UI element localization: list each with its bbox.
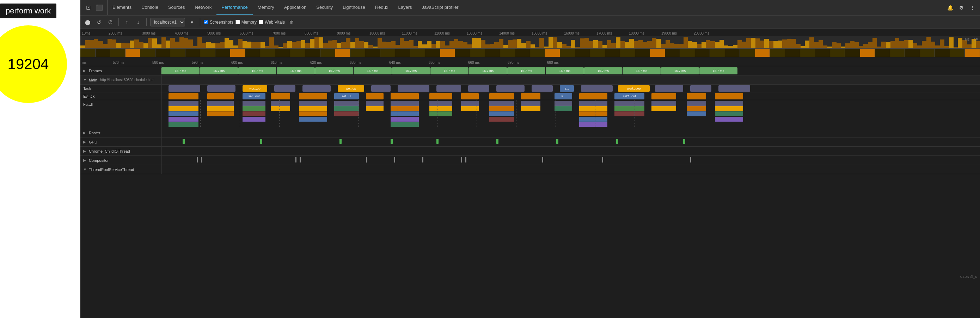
ruler-ticks: 10ms 2000 ms 3000 ms 4000 ms 5000 ms 600… (80, 29, 980, 36)
tab-redux[interactable]: Redux (370, 0, 393, 15)
clock-btn[interactable]: ⏱ (106, 17, 115, 27)
comp-bar-8 (461, 157, 462, 162)
stack-l1 (334, 101, 359, 106)
ev-ck-block-13: s... (555, 93, 572, 99)
minimap-bar (364, 42, 368, 48)
more-icon[interactable]: ⋮ (968, 3, 977, 12)
frame-block: 16.7 ms (622, 67, 660, 75)
dtick-5: 610 ms (271, 60, 282, 65)
minimap-bar (472, 38, 477, 49)
thread-pool-expand-btn[interactable]: ▼ (83, 167, 88, 171)
thread-pool-label[interactable]: ▼ ThreadPoolServiceThread (80, 165, 161, 174)
minimap-bar (940, 40, 944, 48)
tab-console[interactable]: Console (137, 0, 163, 15)
tab-network[interactable]: Network (190, 0, 217, 15)
memory-checkbox[interactable] (235, 20, 240, 24)
stack-l3 (579, 111, 608, 116)
thread-pool-label-text: ThreadPoolServiceThread (89, 167, 134, 172)
tab-elements[interactable]: Elements (108, 0, 137, 15)
gpu-expand-btn[interactable]: ▶ (83, 140, 88, 144)
tick-18: 19000 ms (661, 31, 677, 35)
minimap-bar (202, 43, 207, 48)
filmstrip-frame (950, 49, 965, 57)
compositor-expand-btn[interactable]: ▶ (83, 158, 88, 162)
filmstrip-frame (875, 49, 890, 57)
stack-col-16 (651, 101, 676, 111)
minimap[interactable]: NE CP (80, 36, 980, 48)
chrome-child-expand-btn[interactable]: ▶ (83, 149, 88, 153)
refresh-btn[interactable]: ↺ (94, 17, 103, 27)
download-btn[interactable]: ↓ (134, 17, 143, 27)
stack-l5 (579, 122, 608, 127)
minimap-bar (508, 40, 512, 48)
minimap-bar (917, 46, 922, 48)
stack-col-11 (489, 101, 514, 122)
tab-layers[interactable]: Layers (393, 0, 417, 15)
target-dropdown[interactable]: ▾ (187, 17, 196, 27)
filmstrip-frame (380, 49, 396, 57)
notification-icon[interactable]: 🔔 (945, 3, 955, 12)
task-block-6 (398, 85, 430, 92)
stack-l5 (169, 122, 199, 127)
cursor-icon[interactable]: ⊡ (83, 3, 93, 13)
dtick-0: ms (82, 60, 86, 65)
stack-l1 (299, 101, 327, 106)
frame-block: 16.7 ms (277, 67, 315, 75)
record-btn[interactable]: ⬤ (83, 17, 92, 27)
ev-ck-block-6: set...ut (334, 93, 359, 99)
tab-js-profiler[interactable]: JavaScript profiler (417, 0, 463, 15)
target-select[interactable]: localhost #1 (150, 18, 185, 27)
filmstrip-frame (650, 49, 665, 57)
minimap-bar (899, 41, 904, 48)
minimap-bar (688, 41, 692, 48)
tab-memory[interactable]: Memory (253, 0, 279, 15)
stack-l4 (489, 117, 514, 122)
filmstrip-frame (575, 49, 590, 57)
memory-label[interactable]: Memory (242, 20, 257, 25)
filmstrip-frame (845, 49, 860, 57)
minimap-bar (220, 42, 224, 48)
minimap-bar (180, 37, 184, 48)
tab-lighthouse[interactable]: Lighthouse (338, 0, 370, 15)
frames-label[interactable]: ▶ Frames (80, 66, 161, 75)
tracks-area[interactable]: ▶ Frames 16.7 ms 16.7 ms 16.7 ms 16.7 ms… (80, 66, 980, 318)
screenshots-checkbox[interactable] (204, 20, 208, 24)
tab-performance[interactable]: Performance (216, 0, 252, 15)
minimap-bar (684, 37, 688, 48)
settings-icon[interactable]: ⚙ (957, 3, 966, 12)
raster-expand-btn[interactable]: ▶ (83, 131, 88, 135)
gpu-label[interactable]: ▶ GPU (80, 137, 161, 146)
filmstrip-frame (785, 49, 800, 57)
tab-security[interactable]: Security (311, 0, 338, 15)
compositor-label[interactable]: ▶ Compositor (80, 156, 161, 165)
minimap-bar (702, 42, 706, 48)
stack-l1 (715, 101, 743, 106)
stack-l3 (243, 111, 266, 116)
raster-label[interactable]: ▶ Raster (80, 128, 161, 137)
main-expand-btn[interactable]: ▼ (83, 78, 88, 82)
filmstrip-frame (725, 49, 740, 57)
device-icon[interactable]: ⬛ (94, 3, 104, 13)
filmstrip-frame (230, 49, 245, 57)
dtick-9: 650 ms (429, 60, 440, 65)
frames-expand-btn[interactable]: ▶ (83, 69, 88, 73)
minimap-bar (773, 41, 778, 48)
minimap-bar (620, 41, 625, 48)
minimap-bar (157, 45, 161, 48)
stack-l3 (614, 111, 644, 116)
minimap-bar (751, 38, 756, 48)
chrome-child-label[interactable]: ▶ Chrome_ChildIOThread (80, 147, 161, 156)
upload-btn[interactable]: ↑ (123, 17, 132, 27)
minimap-bar (575, 47, 580, 48)
frame-block: 16.7 ms (699, 67, 737, 75)
tab-sources[interactable]: Sources (163, 0, 190, 15)
tick-11: 12000 ms (434, 31, 450, 35)
stack-l1 (687, 101, 706, 106)
trash-icon[interactable]: 🗑 (287, 17, 296, 27)
minimap-bar (332, 40, 337, 48)
webvitals-label[interactable]: Web Vitals (265, 20, 285, 25)
screenshots-label[interactable]: Screenshots (210, 20, 233, 25)
tab-application[interactable]: Application (279, 0, 312, 15)
webvitals-checkbox[interactable] (259, 20, 263, 24)
main-label[interactable]: ▼ Main http://localhost:8080/schedule.ht… (80, 75, 161, 84)
